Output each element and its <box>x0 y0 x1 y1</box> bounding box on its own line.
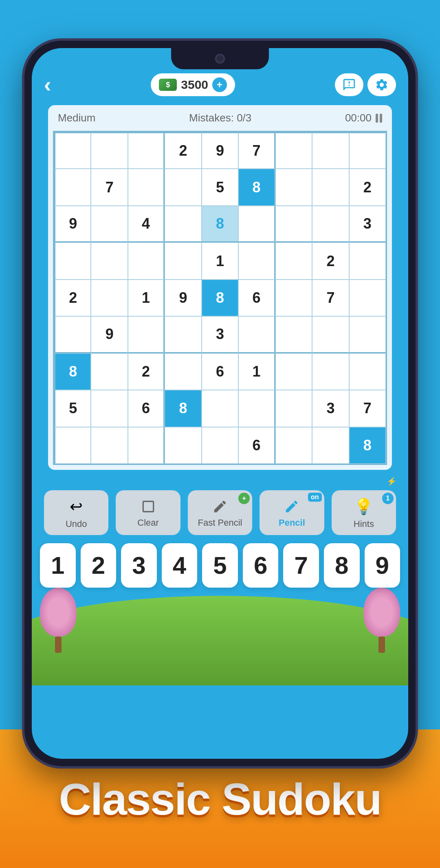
cell-r7-c1[interactable] <box>91 390 128 427</box>
cell-r4-c2[interactable]: 1 <box>128 280 165 316</box>
num-btn-6[interactable]: 6 <box>243 543 279 588</box>
cell-r7-c6[interactable] <box>275 390 312 427</box>
cell-r1-c0[interactable] <box>54 169 91 205</box>
cell-r6-c5[interactable]: 1 <box>238 353 275 390</box>
fast-pencil-button[interactable]: + Fast Pencil <box>188 490 252 535</box>
toggle-pill[interactable]: ⚡ <box>381 474 403 489</box>
cell-r0-c0[interactable] <box>54 132 91 169</box>
cell-r4-c5[interactable]: 6 <box>238 280 275 316</box>
num-btn-5[interactable]: 5 <box>202 543 238 588</box>
add-coin-button[interactable]: + <box>212 77 227 92</box>
num-btn-7[interactable]: 7 <box>283 543 319 588</box>
num-btn-1[interactable]: 1 <box>40 543 76 588</box>
cell-r4-c6[interactable] <box>275 280 312 316</box>
cell-r8-c3[interactable] <box>165 427 201 464</box>
cell-r5-c0[interactable] <box>54 316 91 353</box>
cell-r3-c7[interactable]: 2 <box>312 242 349 279</box>
cell-r3-c8[interactable] <box>349 242 386 279</box>
cell-r0-c3[interactable]: 2 <box>165 132 201 169</box>
cell-r8-c8[interactable]: 8 <box>349 427 386 464</box>
cell-r8-c1[interactable] <box>91 427 128 464</box>
cell-r7-c8[interactable]: 7 <box>349 390 386 427</box>
cell-r8-c2[interactable] <box>128 427 165 464</box>
cell-r2-c6[interactable] <box>275 206 312 242</box>
cell-r1-c2[interactable] <box>128 169 165 205</box>
cell-r8-c4[interactable] <box>202 427 238 464</box>
cell-r6-c4[interactable]: 6 <box>202 353 238 390</box>
pencil-button[interactable]: on Pencil <box>260 490 324 535</box>
num-btn-9[interactable]: 9 <box>365 543 400 588</box>
cell-r6-c0[interactable]: 8 <box>54 353 91 390</box>
cell-r6-c3[interactable] <box>165 353 201 390</box>
cell-r3-c3[interactable] <box>165 242 201 279</box>
autosave-toggle[interactable]: ⚡ <box>381 474 403 489</box>
cell-r6-c2[interactable]: 2 <box>128 353 165 390</box>
cell-r3-c4[interactable]: 1 <box>202 242 238 279</box>
cell-r0-c5[interactable]: 7 <box>238 132 275 169</box>
cell-r4-c3[interactable]: 9 <box>165 280 201 316</box>
cell-r6-c6[interactable] <box>275 353 312 390</box>
cell-r2-c7[interactable] <box>312 206 349 242</box>
cell-r5-c5[interactable] <box>238 316 275 353</box>
cell-r1-c7[interactable] <box>312 169 349 205</box>
cell-r5-c4[interactable]: 3 <box>202 316 238 353</box>
cell-r0-c6[interactable] <box>275 132 312 169</box>
cell-r3-c2[interactable] <box>128 242 165 279</box>
cell-r2-c5[interactable] <box>238 206 275 242</box>
cell-r7-c4[interactable] <box>202 390 238 427</box>
cell-r3-c0[interactable] <box>54 242 91 279</box>
cell-r2-c2[interactable]: 4 <box>128 206 165 242</box>
cell-r4-c8[interactable] <box>349 280 386 316</box>
cell-r5-c8[interactable] <box>349 316 386 353</box>
num-btn-3[interactable]: 3 <box>121 543 157 588</box>
cell-r4-c4[interactable]: 8 <box>202 280 238 316</box>
cell-r8-c5[interactable]: 6 <box>238 427 275 464</box>
cell-r6-c1[interactable] <box>91 353 128 390</box>
settings-button[interactable] <box>367 73 396 96</box>
num-btn-4[interactable]: 4 <box>162 543 198 588</box>
cell-r8-c0[interactable] <box>54 427 91 464</box>
cell-r5-c2[interactable] <box>128 316 165 353</box>
cell-r1-c4[interactable]: 5 <box>202 169 238 205</box>
cell-r4-c1[interactable] <box>91 280 128 316</box>
cell-r6-c8[interactable] <box>349 353 386 390</box>
cell-r5-c1[interactable]: 9 <box>91 316 128 353</box>
cell-r0-c1[interactable] <box>91 132 128 169</box>
cell-r7-c0[interactable]: 5 <box>54 390 91 427</box>
cell-r2-c1[interactable] <box>91 206 128 242</box>
cell-r3-c1[interactable] <box>91 242 128 279</box>
clear-button[interactable]: Clear <box>116 490 180 535</box>
back-button[interactable]: ‹ <box>44 73 51 97</box>
cell-r0-c7[interactable] <box>312 132 349 169</box>
num-btn-2[interactable]: 2 <box>81 543 117 588</box>
cell-r3-c5[interactable] <box>238 242 275 279</box>
cell-r2-c4[interactable]: 8 <box>202 206 238 242</box>
cell-r7-c7[interactable]: 3 <box>312 390 349 427</box>
cell-r7-c3[interactable]: 8 <box>165 390 201 427</box>
cell-r0-c8[interactable] <box>349 132 386 169</box>
cell-r2-c8[interactable]: 3 <box>349 206 386 242</box>
hints-button[interactable]: 1 💡 Hints <box>332 490 396 535</box>
cell-r7-c2[interactable]: 6 <box>128 390 165 427</box>
cell-r4-c0[interactable]: 2 <box>54 280 91 316</box>
undo-button[interactable]: ↩ Undo <box>44 490 108 535</box>
cell-r8-c6[interactable] <box>275 427 312 464</box>
cell-r8-c7[interactable] <box>312 427 349 464</box>
num-btn-8[interactable]: 8 <box>324 543 360 588</box>
cell-r4-c7[interactable]: 7 <box>312 280 349 316</box>
cell-r3-c6[interactable] <box>275 242 312 279</box>
cell-r2-c0[interactable]: 9 <box>54 206 91 242</box>
cell-r1-c3[interactable] <box>165 169 201 205</box>
cell-r7-c5[interactable] <box>238 390 275 427</box>
cell-r5-c7[interactable] <box>312 316 349 353</box>
cell-r5-c6[interactable] <box>275 316 312 353</box>
cell-r1-c8[interactable]: 2 <box>349 169 386 205</box>
cell-r0-c4[interactable]: 9 <box>202 132 238 169</box>
feedback-button[interactable] <box>335 73 363 96</box>
pause-icon[interactable] <box>376 114 382 123</box>
cell-r1-c5[interactable]: 8 <box>238 169 275 205</box>
cell-r0-c2[interactable] <box>128 132 165 169</box>
cell-r6-c7[interactable] <box>312 353 349 390</box>
cell-r2-c3[interactable] <box>165 206 201 242</box>
cell-r1-c6[interactable] <box>275 169 312 205</box>
